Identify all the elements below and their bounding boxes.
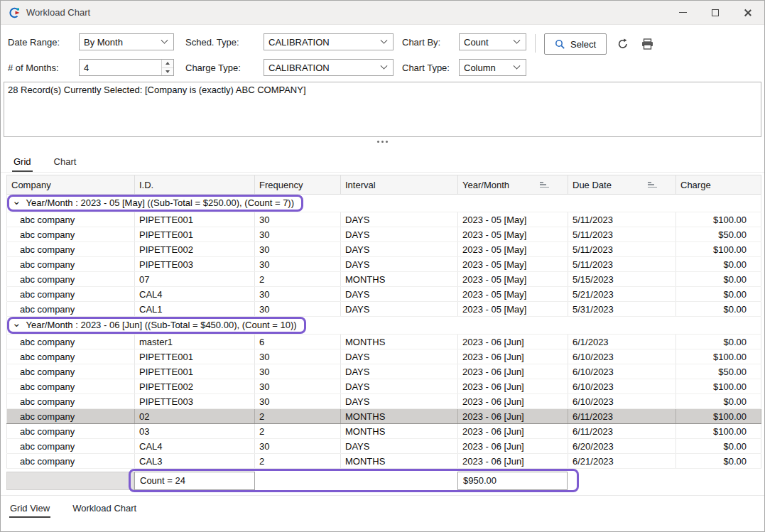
column-header-interval[interactable]: Interval (341, 175, 458, 195)
group-row[interactable]: ⌄Year/Month : 2023 - 05 [May] ((Sub-Tota… (7, 195, 761, 212)
cell-i-d: 03 (135, 424, 255, 439)
grid-row[interactable]: abc companyPIPETTE00130DAYS2023 - 06 [Ju… (7, 349, 761, 364)
cell-charge: $100.00 (676, 379, 761, 394)
grid-row[interactable]: abc companyCAL32MONTHS2023 - 06 [Jun]6/2… (7, 454, 761, 469)
cell-year-month: 2023 - 06 [Jun] (458, 379, 568, 394)
cell-charge: $0.00 (676, 302, 761, 317)
charge-type-select[interactable]: CALIBRATION (264, 59, 394, 76)
cell-frequency: 30 (255, 287, 341, 302)
chevron-down-icon[interactable]: ⌄ (12, 197, 21, 205)
column-header-year-month[interactable]: Year/Month (458, 175, 568, 195)
date-range-label: Date Range: (8, 33, 79, 48)
group-row[interactable]: ⌄Year/Month : 2023 - 06 [Jun] ((Sub-Tota… (7, 317, 761, 335)
grid-row[interactable]: abc companyCAL430DAYS2023 - 06 [Jun]6/20… (7, 439, 761, 454)
sort-ascending-icon (648, 182, 657, 189)
sched-type-select[interactable]: CALIBRATION (264, 33, 394, 50)
grid-row[interactable]: abc companyPIPETTE00130DAYS2023 - 05 [Ma… (7, 227, 761, 242)
cell-interval: DAYS (341, 394, 458, 409)
cell-i-d: CAL1 (135, 302, 255, 317)
cell-frequency: 2 (255, 272, 341, 287)
chevron-down-icon[interactable]: ⌄ (12, 320, 21, 327)
cell-interval: DAYS (341, 227, 458, 242)
cell-i-d: PIPETTE001 (135, 349, 255, 364)
chart-by-select[interactable]: Count (459, 33, 526, 50)
tab-chart[interactable]: Chart (53, 154, 78, 172)
close-button[interactable] (732, 1, 764, 25)
search-icon (555, 39, 565, 50)
print-button[interactable] (641, 38, 654, 50)
grid-row[interactable]: abc companyPIPETTE00130DAYS2023 - 06 [Ju… (7, 364, 761, 379)
bottom-tab-grid-view[interactable]: Grid View (9, 501, 50, 518)
grid-row[interactable]: abc companymaster16MONTHS2023 - 06 [Jun]… (7, 335, 761, 349)
cell-company: abc company (7, 454, 135, 469)
cell-frequency: 2 (255, 409, 341, 424)
maximize-button[interactable] (699, 1, 732, 25)
column-header-company[interactable]: Company (7, 175, 135, 195)
splitter-handle[interactable] (1, 137, 764, 146)
cell-company: abc company (7, 212, 135, 227)
cell-charge: $0.00 (676, 439, 761, 454)
cell-due-date: 5/11/2023 (568, 257, 676, 272)
grid-row[interactable]: abc companyPIPETTE00230DAYS2023 - 06 [Ju… (7, 379, 761, 394)
cell-i-d: PIPETTE001 (135, 227, 255, 242)
chart-by-value: Count (460, 37, 514, 48)
dropdown-arrow-icon (514, 62, 521, 69)
column-header-i-d[interactable]: I.D. (135, 175, 255, 195)
months-value: 4 (80, 63, 161, 73)
cell-i-d: 02 (135, 409, 255, 424)
cell-interval: DAYS (341, 364, 458, 379)
cell-charge: $100.00 (676, 242, 761, 257)
cell-interval: DAYS (341, 287, 458, 302)
cell-charge: $100.00 (676, 212, 761, 227)
cell-company: abc company (7, 394, 135, 409)
dropdown-arrow-icon (381, 36, 388, 43)
grid-row[interactable]: abc companyPIPETTE00330DAYS2023 - 06 [Ju… (7, 394, 761, 409)
column-header-frequency[interactable]: Frequency (255, 175, 341, 195)
toolbar: Date Range: By Month Sched. Type: CALIBR… (1, 25, 764, 80)
date-range-select[interactable]: By Month (79, 33, 174, 50)
cell-interval: DAYS (341, 349, 458, 364)
grid-row[interactable]: abc companyCAL430DAYS2023 - 05 [May]5/21… (7, 287, 761, 302)
grid-row[interactable]: abc companyCAL130DAYS2023 - 05 [May]5/31… (7, 302, 761, 317)
stepper-up-button[interactable] (162, 60, 173, 67)
grid-row[interactable]: abc companyPIPETTE00330DAYS2023 - 05 [Ma… (7, 257, 761, 272)
column-header-label: Company (11, 180, 51, 190)
column-header-charge[interactable]: Charge (676, 175, 761, 195)
column-header-label: Due Date (573, 180, 612, 190)
cell-company: abc company (7, 287, 135, 302)
printer-icon (641, 38, 654, 50)
maximize-icon (712, 9, 719, 16)
grid-row[interactable]: abc companyPIPETTE00230DAYS2023 - 05 [Ma… (7, 242, 761, 257)
tab-grid[interactable]: Grid (12, 154, 33, 172)
cell-interval: MONTHS (341, 272, 458, 287)
window-titlebar: Workload Chart (1, 1, 764, 25)
cell-frequency: 30 (255, 439, 341, 454)
cell-charge: $100.00 (676, 424, 761, 439)
selection-summary-box: 28 Record(s) Currently Selected: [Compan… (4, 82, 761, 137)
cell-i-d: master1 (135, 335, 255, 349)
cell-year-month: 2023 - 06 [Jun] (458, 394, 568, 409)
cell-company: abc company (7, 439, 135, 454)
minimize-button[interactable] (666, 1, 699, 25)
grid-row[interactable]: abc company072MONTHS2023 - 05 [May]5/15/… (7, 272, 761, 287)
months-stepper[interactable]: 4 (79, 59, 174, 76)
select-button[interactable]: Select (544, 33, 607, 55)
cell-due-date: 6/11/2023 (568, 409, 676, 424)
refresh-button[interactable] (617, 38, 629, 50)
grid-row[interactable]: abc company032MONTHS2023 - 06 [Jun]6/11/… (7, 424, 761, 439)
stepper-down-button[interactable] (162, 67, 173, 76)
cell-due-date: 5/11/2023 (568, 212, 676, 227)
cell-year-month: 2023 - 05 [May] (458, 272, 568, 287)
cell-interval: DAYS (341, 302, 458, 317)
cell-frequency: 30 (255, 227, 341, 242)
chart-type-select[interactable]: Column (459, 59, 526, 76)
cell-i-d: PIPETTE003 (135, 394, 255, 409)
group-header-label: Year/Month : 2023 - 05 [May] ((Sub-Total… (26, 197, 294, 208)
cell-year-month: 2023 - 05 [May] (458, 227, 568, 242)
grid-row-selected[interactable]: abc company022MONTHS2023 - 06 [Jun]6/11/… (7, 409, 761, 424)
bottom-tab-workload-chart[interactable]: Workload Chart (72, 501, 137, 518)
grid-row[interactable]: abc companyPIPETTE00130DAYS2023 - 05 [Ma… (7, 212, 761, 227)
cell-frequency: 2 (255, 424, 341, 439)
grid-header-row: CompanyI.D.FrequencyIntervalYear/MonthDu… (7, 175, 761, 195)
column-header-due-date[interactable]: Due Date (568, 175, 676, 195)
